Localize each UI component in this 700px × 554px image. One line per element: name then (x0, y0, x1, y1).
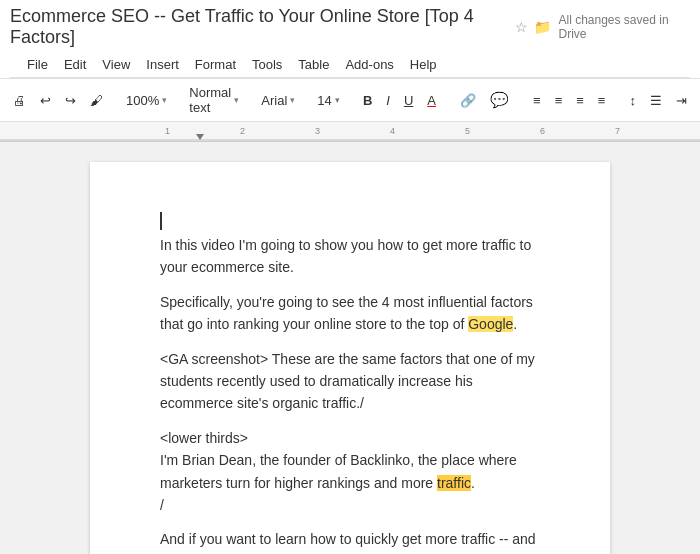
paragraph-2: Specifically, you're going to see the 4 … (160, 291, 540, 336)
para-4-slash: / (160, 497, 164, 513)
menu-table[interactable]: Table (291, 54, 336, 75)
font-chevron: ▾ (290, 95, 295, 105)
doc-content: In this video I'm going to show you how … (160, 212, 540, 554)
para-5-text: And if you want to learn how to quickly … (160, 531, 540, 554)
indent-button[interactable]: ⇥ (671, 91, 692, 110)
doc-title[interactable]: Ecommerce SEO -- Get Traffic to Your Onl… (10, 6, 507, 48)
line-spacing-button[interactable]: ↕ (624, 91, 641, 110)
menu-insert[interactable]: Insert (139, 54, 186, 75)
align-justify-button[interactable]: ≡ (593, 91, 611, 110)
underline-button[interactable]: U (399, 91, 418, 110)
paragraph-5: And if you want to learn how to quickly … (160, 528, 540, 554)
style-value: Normal text (189, 85, 231, 115)
align-right-button[interactable]: ≡ (571, 91, 589, 110)
style-dropdown[interactable]: Normal text ▾ (185, 83, 243, 117)
style-chevron: ▾ (234, 95, 239, 105)
font-dropdown[interactable]: Arial ▾ (257, 91, 299, 110)
svg-text:6: 6 (540, 126, 545, 136)
ruler-svg: 1 2 3 4 5 6 7 (0, 122, 700, 142)
list-button[interactable]: ☰ (645, 91, 667, 110)
para-1-text: In this video I'm going to show you how … (160, 237, 531, 275)
page: In this video I'm going to show you how … (90, 162, 610, 554)
menu-file[interactable]: File (20, 54, 55, 75)
menu-view[interactable]: View (95, 54, 137, 75)
para-4-highlight-traffic: traffic (437, 475, 471, 491)
save-status: All changes saved in Drive (559, 13, 691, 41)
star-icon[interactable]: ☆ (515, 19, 528, 35)
menu-tools[interactable]: Tools (245, 54, 289, 75)
svg-text:1: 1 (165, 126, 170, 136)
text-cursor (160, 212, 162, 230)
zoom-chevron: ▾ (162, 95, 167, 105)
font-value: Arial (261, 93, 287, 108)
para-3-text: <GA screenshot> These are the same facto… (160, 351, 535, 412)
paragraph-1: In this video I'm going to show you how … (160, 234, 540, 279)
menu-bar: File Edit View Insert Format Tools Table… (10, 52, 690, 78)
svg-text:2: 2 (240, 126, 245, 136)
menu-help[interactable]: Help (403, 54, 444, 75)
paint-format-button[interactable]: 🖌 (85, 91, 108, 110)
para-2-highlight-google: Google (468, 316, 513, 332)
ruler: 1 2 3 4 5 6 7 (0, 122, 700, 142)
menu-format[interactable]: Format (188, 54, 243, 75)
menu-addons[interactable]: Add-ons (338, 54, 400, 75)
font-color-button[interactable]: A (422, 91, 441, 110)
undo-button[interactable]: ↩ (35, 91, 56, 110)
svg-text:5: 5 (465, 126, 470, 136)
toolbar: 🖨 ↩ ↪ 🖌 100% ▾ Normal text ▾ Arial ▾ 14 … (0, 79, 700, 122)
size-value: 14 (317, 93, 331, 108)
title-icons: ☆ 📁 (515, 19, 551, 35)
print-button[interactable]: 🖨 (8, 91, 31, 110)
svg-text:4: 4 (390, 126, 395, 136)
menu-edit[interactable]: Edit (57, 54, 93, 75)
folder-icon[interactable]: 📁 (534, 19, 551, 35)
zoom-dropdown[interactable]: 100% ▾ (122, 91, 171, 110)
link-button[interactable]: 🔗 (455, 91, 481, 110)
svg-text:3: 3 (315, 126, 320, 136)
svg-text:7: 7 (615, 126, 620, 136)
comment-button[interactable]: 💬 (485, 89, 514, 111)
align-center-button[interactable]: ≡ (550, 91, 568, 110)
doc-title-row: Ecommerce SEO -- Get Traffic to Your Onl… (10, 6, 690, 48)
svg-marker-8 (196, 134, 204, 140)
para-2-text-after: . (513, 316, 517, 332)
doc-area[interactable]: In this video I'm going to show you how … (0, 142, 700, 554)
size-chevron: ▾ (335, 95, 340, 105)
title-bar: Ecommerce SEO -- Get Traffic to Your Onl… (0, 0, 700, 79)
para-4-period: . (471, 475, 475, 491)
bold-button[interactable]: B (358, 91, 377, 110)
size-dropdown[interactable]: 14 ▾ (313, 91, 343, 110)
zoom-value: 100% (126, 93, 159, 108)
italic-button[interactable]: I (381, 91, 395, 110)
redo-button[interactable]: ↪ (60, 91, 81, 110)
paragraph-3: <GA screenshot> These are the same facto… (160, 348, 540, 415)
align-left-button[interactable]: ≡ (528, 91, 546, 110)
paragraph-4: <lower thirds>I'm Brian Dean, the founde… (160, 427, 540, 517)
